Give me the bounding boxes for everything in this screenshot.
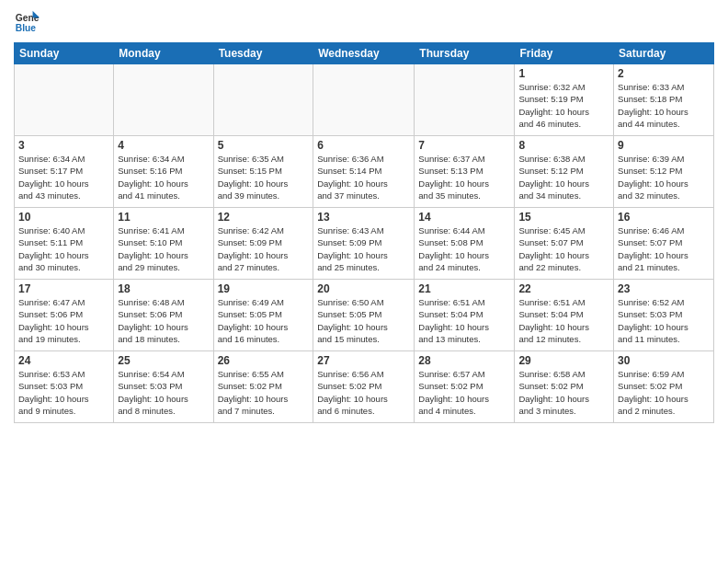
day-info: Sunrise: 6:34 AM Sunset: 5:17 PM Dayligh… xyxy=(18,153,109,201)
calendar-page: General Blue SundayMondayTuesdayWednesda… xyxy=(0,0,728,563)
day-info: Sunrise: 6:36 AM Sunset: 5:14 PM Dayligh… xyxy=(317,153,410,201)
day-number: 24 xyxy=(18,354,109,367)
day-info: Sunrise: 6:59 AM Sunset: 5:02 PM Dayligh… xyxy=(618,368,710,417)
logo: General Blue xyxy=(14,9,40,35)
calendar-cell: 27Sunrise: 6:56 AM Sunset: 5:02 PM Dayli… xyxy=(313,351,415,423)
day-info: Sunrise: 6:39 AM Sunset: 5:12 PM Dayligh… xyxy=(618,153,710,201)
calendar-cell: 14Sunrise: 6:44 AM Sunset: 5:08 PM Dayli… xyxy=(415,208,515,280)
calendar-week-row: 10Sunrise: 6:40 AM Sunset: 5:11 PM Dayli… xyxy=(15,208,714,280)
day-number: 25 xyxy=(118,354,209,367)
day-number: 11 xyxy=(118,211,209,224)
calendar-cell: 17Sunrise: 6:47 AM Sunset: 5:06 PM Dayli… xyxy=(15,280,114,351)
calendar-cell: 5Sunrise: 6:35 AM Sunset: 5:15 PM Daylig… xyxy=(213,136,313,208)
day-number: 14 xyxy=(418,211,510,224)
calendar-cell: 12Sunrise: 6:42 AM Sunset: 5:09 PM Dayli… xyxy=(213,208,313,280)
day-number: 19 xyxy=(218,282,310,295)
calendar-cell: 3Sunrise: 6:34 AM Sunset: 5:17 PM Daylig… xyxy=(15,136,114,208)
day-info: Sunrise: 6:50 AM Sunset: 5:05 PM Dayligh… xyxy=(317,296,410,345)
calendar-cell xyxy=(313,64,415,136)
day-number: 7 xyxy=(418,139,510,152)
day-info: Sunrise: 6:47 AM Sunset: 5:06 PM Dayligh… xyxy=(18,296,109,345)
day-info: Sunrise: 6:49 AM Sunset: 5:05 PM Dayligh… xyxy=(218,296,310,345)
calendar-week-row: 17Sunrise: 6:47 AM Sunset: 5:06 PM Dayli… xyxy=(15,280,714,351)
day-number: 23 xyxy=(618,282,710,295)
day-info: Sunrise: 6:52 AM Sunset: 5:03 PM Dayligh… xyxy=(618,296,710,345)
calendar-cell: 2Sunrise: 6:33 AM Sunset: 5:18 PM Daylig… xyxy=(614,64,714,136)
calendar-cell: 19Sunrise: 6:49 AM Sunset: 5:05 PM Dayli… xyxy=(213,280,313,351)
day-info: Sunrise: 6:51 AM Sunset: 5:04 PM Dayligh… xyxy=(418,296,510,345)
day-number: 17 xyxy=(18,282,109,295)
day-number: 9 xyxy=(618,139,710,152)
day-number: 5 xyxy=(218,139,310,152)
day-number: 4 xyxy=(118,139,209,152)
day-number: 27 xyxy=(317,354,410,367)
day-info: Sunrise: 6:56 AM Sunset: 5:02 PM Dayligh… xyxy=(317,368,410,417)
calendar-cell: 30Sunrise: 6:59 AM Sunset: 5:02 PM Dayli… xyxy=(614,351,714,423)
calendar-cell: 28Sunrise: 6:57 AM Sunset: 5:02 PM Dayli… xyxy=(415,351,515,423)
calendar-cell: 22Sunrise: 6:51 AM Sunset: 5:04 PM Dayli… xyxy=(515,280,614,351)
calendar-cell: 26Sunrise: 6:55 AM Sunset: 5:02 PM Dayli… xyxy=(213,351,313,423)
day-number: 8 xyxy=(518,139,609,152)
day-info: Sunrise: 6:53 AM Sunset: 5:03 PM Dayligh… xyxy=(18,368,109,417)
calendar-week-row: 3Sunrise: 6:34 AM Sunset: 5:17 PM Daylig… xyxy=(15,136,714,208)
day-number: 21 xyxy=(418,282,510,295)
calendar-cell: 16Sunrise: 6:46 AM Sunset: 5:07 PM Dayli… xyxy=(614,208,714,280)
day-info: Sunrise: 6:32 AM Sunset: 5:19 PM Dayligh… xyxy=(518,81,609,130)
day-number: 18 xyxy=(118,282,209,295)
day-number: 10 xyxy=(18,211,109,224)
day-number: 30 xyxy=(618,354,710,367)
day-info: Sunrise: 6:34 AM Sunset: 5:16 PM Dayligh… xyxy=(118,153,209,201)
calendar-cell: 8Sunrise: 6:38 AM Sunset: 5:12 PM Daylig… xyxy=(515,136,614,208)
day-number: 12 xyxy=(218,211,310,224)
calendar-cell xyxy=(415,64,515,136)
calendar-cell: 10Sunrise: 6:40 AM Sunset: 5:11 PM Dayli… xyxy=(15,208,114,280)
calendar-cell: 18Sunrise: 6:48 AM Sunset: 5:06 PM Dayli… xyxy=(114,280,213,351)
calendar-cell: 7Sunrise: 6:37 AM Sunset: 5:13 PM Daylig… xyxy=(415,136,515,208)
weekday-header: Saturday xyxy=(614,43,714,64)
svg-text:Blue: Blue xyxy=(16,23,37,33)
calendar-cell: 24Sunrise: 6:53 AM Sunset: 5:03 PM Dayli… xyxy=(15,351,114,423)
calendar-cell: 9Sunrise: 6:39 AM Sunset: 5:12 PM Daylig… xyxy=(614,136,714,208)
calendar-cell: 21Sunrise: 6:51 AM Sunset: 5:04 PM Dayli… xyxy=(415,280,515,351)
day-number: 3 xyxy=(18,139,109,152)
weekday-header: Monday xyxy=(114,43,213,64)
weekday-header: Thursday xyxy=(415,43,515,64)
day-number: 15 xyxy=(518,211,609,224)
day-info: Sunrise: 6:46 AM Sunset: 5:07 PM Dayligh… xyxy=(618,224,710,273)
day-info: Sunrise: 6:48 AM Sunset: 5:06 PM Dayligh… xyxy=(118,296,209,345)
header: General Blue xyxy=(14,9,714,35)
day-info: Sunrise: 6:40 AM Sunset: 5:11 PM Dayligh… xyxy=(18,224,109,273)
day-number: 6 xyxy=(317,139,410,152)
day-number: 29 xyxy=(518,354,609,367)
calendar-cell xyxy=(114,64,213,136)
calendar-cell xyxy=(213,64,313,136)
day-number: 28 xyxy=(418,354,510,367)
calendar-cell: 1Sunrise: 6:32 AM Sunset: 5:19 PM Daylig… xyxy=(515,64,614,136)
calendar-week-row: 24Sunrise: 6:53 AM Sunset: 5:03 PM Dayli… xyxy=(15,351,714,423)
day-number: 13 xyxy=(317,211,410,224)
calendar-cell: 11Sunrise: 6:41 AM Sunset: 5:10 PM Dayli… xyxy=(114,208,213,280)
calendar-cell: 13Sunrise: 6:43 AM Sunset: 5:09 PM Dayli… xyxy=(313,208,415,280)
weekday-header: Wednesday xyxy=(313,43,415,64)
day-info: Sunrise: 6:33 AM Sunset: 5:18 PM Dayligh… xyxy=(618,81,710,130)
weekday-header: Tuesday xyxy=(213,43,313,64)
day-number: 20 xyxy=(317,282,410,295)
day-info: Sunrise: 6:54 AM Sunset: 5:03 PM Dayligh… xyxy=(118,368,209,417)
calendar-cell: 25Sunrise: 6:54 AM Sunset: 5:03 PM Dayli… xyxy=(114,351,213,423)
day-info: Sunrise: 6:51 AM Sunset: 5:04 PM Dayligh… xyxy=(518,296,609,345)
day-info: Sunrise: 6:42 AM Sunset: 5:09 PM Dayligh… xyxy=(218,224,310,273)
weekday-header: Sunday xyxy=(15,43,114,64)
calendar-week-row: 1Sunrise: 6:32 AM Sunset: 5:19 PM Daylig… xyxy=(15,64,714,136)
day-info: Sunrise: 6:37 AM Sunset: 5:13 PM Dayligh… xyxy=(418,153,510,201)
day-number: 22 xyxy=(518,282,609,295)
day-info: Sunrise: 6:57 AM Sunset: 5:02 PM Dayligh… xyxy=(418,368,510,417)
calendar-cell: 6Sunrise: 6:36 AM Sunset: 5:14 PM Daylig… xyxy=(313,136,415,208)
calendar-cell: 20Sunrise: 6:50 AM Sunset: 5:05 PM Dayli… xyxy=(313,280,415,351)
day-info: Sunrise: 6:44 AM Sunset: 5:08 PM Dayligh… xyxy=(418,224,510,273)
day-number: 26 xyxy=(218,354,310,367)
day-number: 16 xyxy=(618,211,710,224)
logo-icon: General Blue xyxy=(14,9,40,35)
day-info: Sunrise: 6:41 AM Sunset: 5:10 PM Dayligh… xyxy=(118,224,209,273)
day-info: Sunrise: 6:58 AM Sunset: 5:02 PM Dayligh… xyxy=(518,368,609,417)
calendar-cell xyxy=(15,64,114,136)
